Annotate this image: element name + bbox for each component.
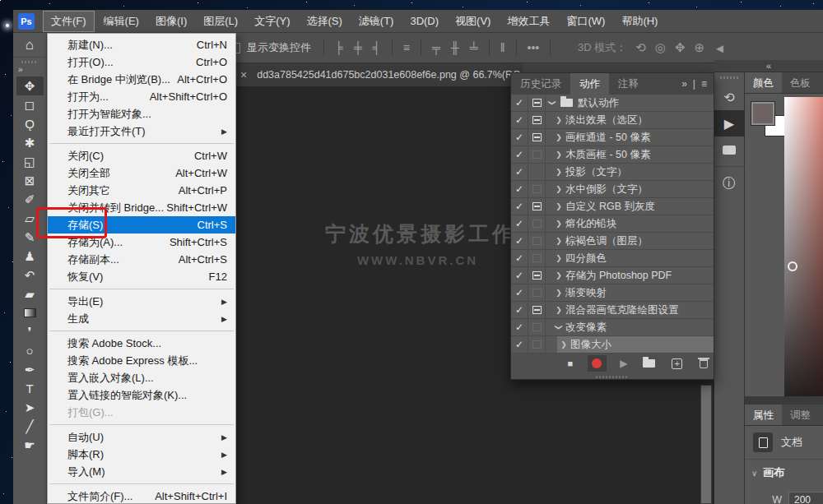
menu-3d[interactable]: 3D(D): [402, 12, 446, 30]
tab-notes[interactable]: 注释: [609, 73, 648, 95]
expand-icon[interactable]: ❯: [552, 237, 565, 245]
toggle-item-check[interactable]: ✓: [511, 181, 528, 197]
clone-stamp-tool[interactable]: ♟: [16, 247, 44, 266]
toggle-item-check[interactable]: ✓: [511, 319, 528, 335]
menu-item-open-recent[interactable]: 最近打开文件(T)▶: [48, 123, 235, 140]
toggle-item-check[interactable]: ✓: [511, 164, 528, 180]
collapse-tools-button[interactable]: »: [13, 65, 46, 76]
dialog-toggle[interactable]: [528, 319, 546, 335]
menu-filter[interactable]: 滤镜(T): [351, 12, 402, 31]
action-row[interactable]: ✓ ❯ 自定义 RGB 到灰度: [511, 198, 714, 215]
dialog-toggle[interactable]: [528, 267, 546, 284]
dialog-toggle[interactable]: [528, 198, 546, 215]
toggle-item-check[interactable]: ✓: [511, 112, 528, 128]
notes-panel-button[interactable]: [714, 136, 745, 163]
expand-icon[interactable]: ❯: [552, 220, 565, 228]
action-row[interactable]: ✓ ❯ 混合器画笔克隆绘图设置: [511, 302, 714, 319]
menu-plugins[interactable]: 增效工具: [500, 12, 557, 31]
menu-item-scripts[interactable]: 脚本(R)▶: [48, 446, 235, 463]
more-options-icon[interactable]: •••: [528, 41, 540, 54]
expand-icon[interactable]: ❯: [552, 168, 565, 176]
info-panel-button[interactable]: ⓘ: [714, 170, 745, 197]
expand-icon[interactable]: ❯: [552, 150, 565, 159]
dialog-toggle[interactable]: [528, 233, 546, 249]
menu-item-open[interactable]: 打开(O)...Ctrl+O: [48, 53, 235, 71]
action-row[interactable]: ✓ ❯ 投影（文字）: [511, 164, 714, 181]
toggle-item-check[interactable]: ✓: [511, 250, 528, 266]
color-picker-handle[interactable]: [788, 261, 797, 271]
align-right-icon[interactable]: ╡: [373, 41, 381, 54]
tab-color[interactable]: 颜色: [745, 72, 782, 93]
distribute-horizontal-icon[interactable]: ≡: [403, 41, 410, 54]
home-button[interactable]: ⌂: [13, 33, 46, 58]
toggle-item-check[interactable]: ✓: [511, 146, 528, 163]
menu-item-search-adobe-express[interactable]: 搜索 Adobe Express 模板...: [48, 352, 235, 369]
toggle-item-check[interactable]: ✓: [511, 233, 528, 249]
gradient-tool[interactable]: [16, 303, 44, 322]
menu-item-generate[interactable]: 生成▶: [48, 310, 235, 327]
toggle-item-check[interactable]: ✓: [511, 267, 528, 284]
tab-adjustments[interactable]: 调整: [782, 405, 819, 425]
align-left-icon[interactable]: ╞: [335, 41, 343, 54]
action-row[interactable]: ✓ ❯ 渐变映射: [511, 284, 714, 302]
tab-gradients[interactable]: 渐变: [819, 72, 823, 93]
toggle-item-check[interactable]: ✓: [511, 198, 528, 215]
dialog-toggle[interactable]: [528, 302, 546, 318]
menu-item-open-as-smart-object[interactable]: 打开为智能对象...: [48, 105, 235, 123]
toggle-item-check[interactable]: ✓: [511, 95, 528, 111]
toggle-item-check[interactable]: ✓: [511, 129, 528, 146]
align-middle-icon[interactable]: ╫: [451, 41, 459, 54]
dialog-toggle[interactable]: [528, 112, 546, 128]
distribute-vertical-icon[interactable]: ‖: [500, 41, 505, 54]
menu-item-place-embedded[interactable]: 置入嵌入对象(L)...: [48, 369, 235, 386]
pen-tool[interactable]: ✒: [16, 360, 44, 379]
lasso-tool[interactable]: Ǫ: [16, 114, 44, 133]
record-button[interactable]: [588, 355, 607, 372]
action-row[interactable]: ✓ ❯ 熔化的铅块: [511, 215, 714, 233]
foreground-color-swatch[interactable]: [751, 102, 774, 125]
panel-grip[interactable]: [21, 61, 38, 63]
delete-button[interactable]: [695, 355, 714, 372]
vertical-scrollbar[interactable]: [700, 385, 712, 504]
align-bottom-icon[interactable]: ╧: [470, 41, 478, 54]
collapse-group-icon[interactable]: ❯: [548, 96, 556, 109]
quick-selection-tool[interactable]: ✱: [16, 133, 44, 152]
dialog-toggle[interactable]: [528, 215, 546, 232]
menu-item-new[interactable]: 新建(N)...Ctrl+N: [48, 36, 235, 53]
frame-tool[interactable]: ⊠: [16, 171, 44, 190]
play-button[interactable]: ▶: [614, 355, 634, 372]
dialog-toggle[interactable]: [528, 181, 546, 197]
action-row[interactable]: ✓ ❯ 棕褐色调（图层）: [511, 233, 714, 250]
expand-icon[interactable]: ❯: [552, 289, 565, 297]
path-selection-tool[interactable]: ➤: [16, 398, 44, 417]
eyedropper-tool[interactable]: ✐: [16, 190, 44, 209]
action-row[interactable]: ✓ ❯ 木质画框 - 50 像素: [511, 146, 714, 164]
menu-item-browse-in-bridge[interactable]: 在 Bridge 中浏览(B)...Alt+Ctrl+O: [48, 71, 235, 88]
menu-item-open-as[interactable]: 打开为...Alt+Shift+Ctrl+O: [48, 88, 235, 105]
menu-item-place-linked[interactable]: 置入链接的智能对象(K)...: [48, 386, 235, 404]
dialog-toggle[interactable]: [528, 336, 546, 353]
new-action-button[interactable]: [667, 355, 687, 372]
expand-icon[interactable]: ❯: [552, 133, 565, 141]
eraser-tool[interactable]: ▰: [16, 284, 44, 303]
expand-icon[interactable]: ❯: [557, 340, 570, 349]
action-group-row[interactable]: ✓ ❯ 默认动作: [511, 95, 714, 112]
blur-tool[interactable]: ❜: [16, 322, 44, 341]
menu-item-package[interactable]: 打包(G)...: [48, 404, 235, 421]
expand-icon[interactable]: ❯: [552, 306, 565, 314]
expand-icon[interactable]: ❯: [552, 271, 565, 280]
dialog-toggle[interactable]: [528, 129, 546, 146]
menu-item-close[interactable]: 关闭(C)Ctrl+W: [48, 147, 235, 164]
close-tab-icon[interactable]: ×: [240, 68, 247, 81]
action-row[interactable]: ✓ ❯ 改变像素: [511, 319, 714, 336]
stop-button[interactable]: ■: [560, 355, 580, 372]
menu-view[interactable]: 视图(V): [448, 12, 498, 31]
dialog-toggle[interactable]: [528, 95, 546, 111]
3d-slide-icon[interactable]: ⊕: [694, 40, 704, 55]
tab-history[interactable]: 历史记录: [511, 73, 570, 95]
marquee-tool[interactable]: ◻: [16, 95, 44, 114]
menu-file[interactable]: 文件(F): [43, 11, 95, 32]
3d-camera-icon[interactable]: ◄: [714, 41, 726, 55]
width-input[interactable]: [788, 492, 823, 504]
dialog-toggle[interactable]: [528, 284, 546, 301]
